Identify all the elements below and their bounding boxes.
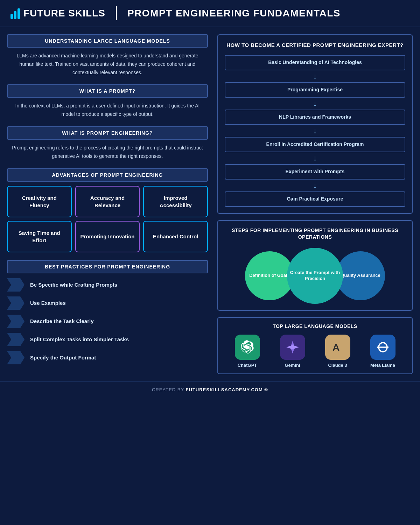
arrow-icon xyxy=(7,315,24,328)
practice-item: Use Examples xyxy=(7,296,208,310)
footer-brand: FUTURESKILLSACADEMY.COM © xyxy=(186,387,268,392)
flow-arrow-icon: ↓ xyxy=(225,72,405,81)
advantage-label: Creativity and Fluency xyxy=(12,194,67,209)
step-circle: Create the Prompt with Precision xyxy=(287,248,343,304)
flowchart: Basic Understanding of AI Technologies↓P… xyxy=(225,55,405,207)
flow-step: Basic Understanding of AI Technologies xyxy=(225,55,405,70)
advantage-card: Accuracy and Relevance xyxy=(75,186,140,217)
arrow-icon xyxy=(7,278,24,292)
cert-title: HOW TO BECOME A CERTIFIED PROMPT ENGINEE… xyxy=(225,41,405,49)
brand-name: FUTURE SKILLS xyxy=(23,8,105,19)
prompt-title-bar: WHAT IS A PROMPT? xyxy=(7,84,208,98)
page-header: FUTURE SKILLS PROMPT ENGINEERING FUNDAME… xyxy=(0,0,420,27)
practice-item: Specify the Output Format xyxy=(7,351,208,364)
pe-title-bar: WHAT IS PROMPT ENGINEERING? xyxy=(7,126,208,140)
svg-text:A: A xyxy=(332,342,340,353)
llm-title-bar: UNDERSTANDING LARGE LANGUAGE MODELS xyxy=(7,34,208,48)
practice-item: Describe the Task Clearly xyxy=(7,315,208,328)
chatgpt-icon xyxy=(235,335,260,360)
llm-section: UNDERSTANDING LARGE LANGUAGE MODELS LLMs… xyxy=(7,34,208,77)
step-circle: Definition of Goals xyxy=(245,251,294,300)
llm-item: ChatGPT xyxy=(235,335,260,368)
right-column: HOW TO BECOME A CERTIFIED PROMPT ENGINEE… xyxy=(214,34,413,374)
step-circle: Quality Assurance xyxy=(336,251,385,300)
llm-name: Claude 3 xyxy=(328,363,347,368)
llm-item: Meta Llama xyxy=(370,335,396,368)
arrow-icon xyxy=(7,351,24,364)
flow-arrow-icon: ↓ xyxy=(225,99,405,108)
llm-item: A Claude 3 xyxy=(325,335,350,368)
flow-step: Experiment with Prompts xyxy=(225,164,405,180)
flow-step: Programming Expertise xyxy=(225,82,405,98)
flow-step: NLP Libraries and Frameworks xyxy=(225,110,405,125)
page-footer: CREATED BY FUTURESKILLSACADEMY.COM © xyxy=(0,381,420,398)
practice-label: Describe the Task Clearly xyxy=(30,318,93,324)
meta-icon xyxy=(370,335,396,360)
steps-circles: Definition of GoalsCreate the Prompt wit… xyxy=(225,248,405,304)
practice-label: Use Examples xyxy=(30,300,66,306)
arrow-icon xyxy=(7,333,24,346)
flow-arrow-icon: ↓ xyxy=(225,181,405,190)
practice-label: Split Complex Tasks into Simpler Tasks xyxy=(30,336,129,342)
advantage-card: Promoting Innovation xyxy=(75,221,140,252)
llm-name: Meta Llama xyxy=(370,363,395,368)
certification-section: HOW TO BECOME A CERTIFIED PROMPT ENGINEE… xyxy=(217,34,413,214)
logo: FUTURE SKILLS xyxy=(10,8,105,19)
bar-chart-icon xyxy=(10,8,20,19)
advantages-title: ADVANTAGES OF PROMPT ENGINEERING xyxy=(52,172,163,178)
implementing-section: STEPS FOR IMPLEMENTING PROMPT ENGINEERIN… xyxy=(217,220,413,311)
prompt-body: In the context of LLMs, a prompt is a us… xyxy=(7,102,208,119)
arrow-icon xyxy=(7,296,24,310)
svg-marker-4 xyxy=(7,351,24,364)
flow-arrow-icon: ↓ xyxy=(225,126,405,135)
llm-models-section: TOP LARGE LANGUAGE MODELS ChatGPT Gemini… xyxy=(217,317,413,374)
best-title-bar: BEST PRACTICES FOR PROMPT ENGINEERING xyxy=(7,260,208,273)
gemini-icon xyxy=(280,335,305,360)
advantages-grid: Creativity and FluencyAccuracy and Relev… xyxy=(7,186,208,252)
practices-list: Be Specific while Crafting Prompts Use E… xyxy=(7,278,208,364)
advantages-title-bar: ADVANTAGES OF PROMPT ENGINEERING xyxy=(7,168,208,182)
pe-body: Prompt engineering refers to the process… xyxy=(7,144,208,161)
advantage-label: Enhanced Control xyxy=(153,233,198,240)
advantage-card: Enhanced Control xyxy=(143,221,208,252)
llm-item: Gemini xyxy=(280,335,305,368)
page-title: PROMPT ENGINEERING FUNDAMENTALS xyxy=(127,8,341,19)
flow-step: Gain Practical Exposure xyxy=(225,191,405,207)
practice-item: Be Specific while Crafting Prompts xyxy=(7,278,208,292)
advantage-card: Creativity and Fluency xyxy=(7,186,72,217)
llm-body: LLMs are advanced machine learning model… xyxy=(7,52,208,77)
claude-icon: A xyxy=(325,335,350,360)
steps-title: STEPS FOR IMPLEMENTING PROMPT ENGINEERIN… xyxy=(225,227,405,241)
svg-marker-0 xyxy=(7,278,24,292)
svg-marker-1 xyxy=(7,296,24,310)
advantages-section: ADVANTAGES OF PROMPT ENGINEERING Creativ… xyxy=(7,168,208,252)
pe-section: WHAT IS PROMPT ENGINEERING? Prompt engin… xyxy=(7,126,208,161)
practice-label: Be Specific while Crafting Prompts xyxy=(30,282,117,288)
pe-title: WHAT IS PROMPT ENGINEERING? xyxy=(62,130,153,136)
advantage-label: Improved Accessibility xyxy=(148,194,203,209)
svg-marker-2 xyxy=(7,315,24,328)
advantage-card: Improved Accessibility xyxy=(143,186,208,217)
prompt-title: WHAT IS A PROMPT? xyxy=(79,88,135,94)
advantage-label: Promoting Innovation xyxy=(80,233,134,240)
svg-marker-3 xyxy=(7,333,24,346)
advantage-card: Saving Time and Effort xyxy=(7,221,72,252)
llm-models-title: TOP LARGE LANGUAGE MODELS xyxy=(225,323,405,329)
left-column: UNDERSTANDING LARGE LANGUAGE MODELS LLMs… xyxy=(7,34,214,374)
practice-label: Specify the Output Format xyxy=(30,355,96,360)
prompt-section: WHAT IS A PROMPT? In the context of LLMs… xyxy=(7,84,208,119)
flow-step: Enroll in Accredited Certification Progr… xyxy=(225,137,405,152)
llm-name: ChatGPT xyxy=(238,363,257,368)
advantage-label: Accuracy and Relevance xyxy=(80,194,135,209)
header-divider xyxy=(116,6,117,20)
best-title: BEST PRACTICES FOR PROMPT ENGINEERING xyxy=(45,264,170,270)
llm-title: UNDERSTANDING LARGE LANGUAGE MODELS xyxy=(45,38,170,44)
footer-text: CREATED BY xyxy=(152,387,186,392)
practice-item: Split Complex Tasks into Simpler Tasks xyxy=(7,333,208,346)
advantage-label: Saving Time and Effort xyxy=(12,229,67,244)
best-practices-section: BEST PRACTICES FOR PROMPT ENGINEERING Be… xyxy=(7,260,208,364)
llm-name: Gemini xyxy=(285,363,300,368)
main-content: UNDERSTANDING LARGE LANGUAGE MODELS LLMs… xyxy=(0,27,420,378)
flow-arrow-icon: ↓ xyxy=(225,154,405,163)
llm-grid: ChatGPT Gemini A Claude 3 Meta Llama xyxy=(225,335,405,368)
